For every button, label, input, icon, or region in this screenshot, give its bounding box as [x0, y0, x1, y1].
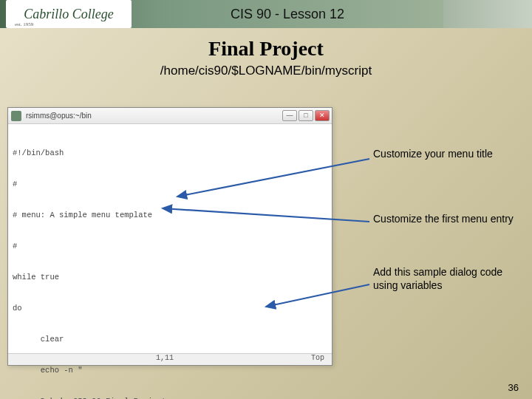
header-decoration [443, 0, 532, 28]
code-line: # menu: A simple menu template [13, 210, 327, 220]
script-path: /home/cis90/$LOGNAME/bin/myscript [0, 64, 532, 78]
page-number: 36 [508, 382, 519, 393]
code-line: Duke's CIS 90 Final Project [13, 396, 327, 399]
callout-dialog-code: Add this sample dialog code using variab… [373, 266, 521, 292]
window-title: rsimms@opus:~/bin [26, 112, 92, 120]
cursor-position: 1,11 [156, 354, 174, 365]
callout-menu-title: Customize your menu title [373, 148, 521, 161]
logo-text: Cabrillo College [24, 7, 114, 22]
logo-subtext: est. 1959 [15, 21, 33, 27]
window-titlebar: rsimms@opus:~/bin — □ ✕ [8, 108, 332, 124]
callout-first-entry: Customize the first menu entry [373, 213, 521, 226]
college-logo: Cabrillo College est. 1959 [6, 0, 132, 28]
code-line: clear [13, 334, 327, 344]
code-line: #!/bin/bash [13, 148, 327, 158]
editor-statusbar: 1,11 Top [8, 353, 332, 365]
page-title: Final Project [0, 37, 532, 61]
code-line: while true [13, 272, 327, 282]
window-controls: — □ ✕ [282, 110, 330, 121]
maximize-button[interactable]: □ [299, 110, 313, 121]
close-button[interactable]: ✕ [315, 110, 330, 121]
code-line: do [13, 303, 327, 313]
code-line: # [13, 179, 327, 189]
header-bar: Cabrillo College est. 1959 CIS 90 - Less… [0, 0, 532, 28]
code-line: echo -n " [13, 365, 327, 375]
terminal-icon [11, 111, 21, 121]
scroll-position: Top [311, 354, 324, 365]
lesson-title: CIS 90 - Lesson 12 [132, 7, 443, 22]
code-line: # [13, 241, 327, 251]
minimize-button[interactable]: — [282, 110, 297, 121]
terminal-window: rsimms@opus:~/bin — □ ✕ #!/bin/bash # # … [7, 107, 332, 366]
